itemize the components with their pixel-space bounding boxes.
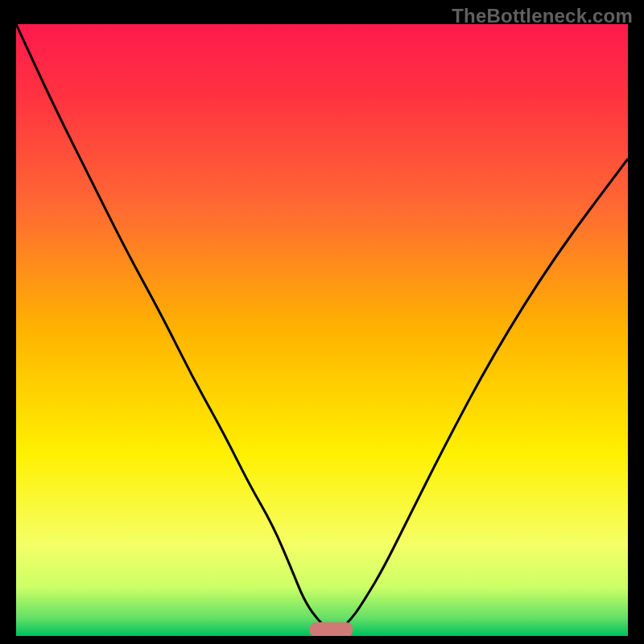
- minimum-marker: [310, 622, 353, 636]
- gradient-rect: [16, 24, 628, 636]
- chart-svg: [16, 24, 628, 636]
- chart-frame: TheBottleneck.com: [0, 0, 644, 644]
- watermark-text: TheBottleneck.com: [452, 5, 633, 27]
- chart-plot-area: [16, 24, 628, 636]
